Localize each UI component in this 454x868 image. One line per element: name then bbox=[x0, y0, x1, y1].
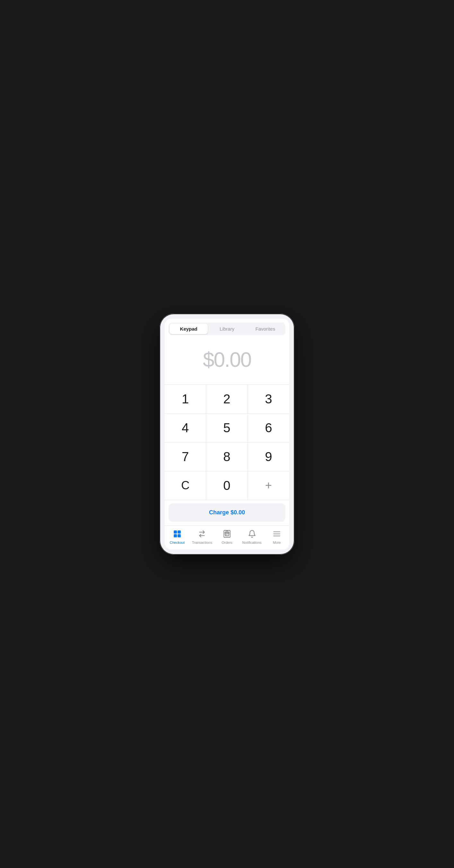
key-9[interactable]: 9 bbox=[248, 442, 289, 471]
key-0[interactable]: 0 bbox=[206, 471, 248, 500]
keypad-grid: 1 2 3 4 5 6 7 8 9 bbox=[165, 384, 289, 500]
checkout-label: Checkout bbox=[170, 540, 185, 545]
tab-favorites[interactable]: Favorites bbox=[246, 323, 284, 334]
tab-library[interactable]: Library bbox=[208, 323, 246, 334]
key-3[interactable]: 3 bbox=[248, 385, 289, 414]
nav-transactions[interactable]: Transactions bbox=[190, 528, 215, 546]
key-7[interactable]: 7 bbox=[165, 442, 206, 471]
key-clear[interactable]: C bbox=[165, 471, 206, 500]
key-1[interactable]: 1 bbox=[165, 385, 206, 414]
charge-button[interactable]: Charge $0.00 bbox=[169, 503, 285, 522]
orders-label: Orders bbox=[222, 540, 232, 545]
nav-orders[interactable]: Orders bbox=[215, 528, 239, 546]
nav-checkout[interactable]: Checkout bbox=[165, 528, 190, 546]
svg-rect-0 bbox=[174, 530, 177, 533]
key-4[interactable]: 4 bbox=[165, 414, 206, 442]
transactions-label: Transactions bbox=[192, 540, 212, 545]
key-6[interactable]: 6 bbox=[248, 414, 289, 442]
tab-keypad[interactable]: Keypad bbox=[170, 323, 208, 334]
key-plus[interactable]: + bbox=[248, 471, 289, 500]
amount-display: $0.00 bbox=[165, 335, 289, 384]
bottom-nav: Checkout Transactions bbox=[165, 526, 289, 550]
more-label: More bbox=[273, 540, 281, 545]
key-2[interactable]: 2 bbox=[206, 385, 248, 414]
amount-value: $0.00 bbox=[203, 348, 251, 372]
key-8[interactable]: 8 bbox=[206, 442, 248, 471]
svg-rect-1 bbox=[177, 530, 181, 533]
svg-rect-3 bbox=[177, 534, 181, 537]
notifications-label: Notifications bbox=[243, 540, 262, 545]
checkout-icon bbox=[173, 530, 181, 539]
app-container: Keypad Library Favorites $0.00 1 2 3 bbox=[165, 319, 289, 550]
nav-notifications[interactable]: Notifications bbox=[239, 528, 264, 546]
top-tab-bar: Keypad Library Favorites bbox=[169, 322, 285, 335]
nav-more[interactable]: More bbox=[264, 528, 289, 546]
charge-section: Charge $0.00 bbox=[165, 500, 289, 526]
svg-rect-2 bbox=[174, 534, 177, 537]
bell-icon bbox=[248, 530, 256, 539]
phone-frame: Keypad Library Favorites $0.00 1 2 3 bbox=[160, 314, 294, 555]
key-5[interactable]: 5 bbox=[206, 414, 248, 442]
transactions-icon bbox=[198, 530, 206, 539]
orders-icon bbox=[223, 530, 231, 539]
menu-icon bbox=[273, 530, 281, 539]
